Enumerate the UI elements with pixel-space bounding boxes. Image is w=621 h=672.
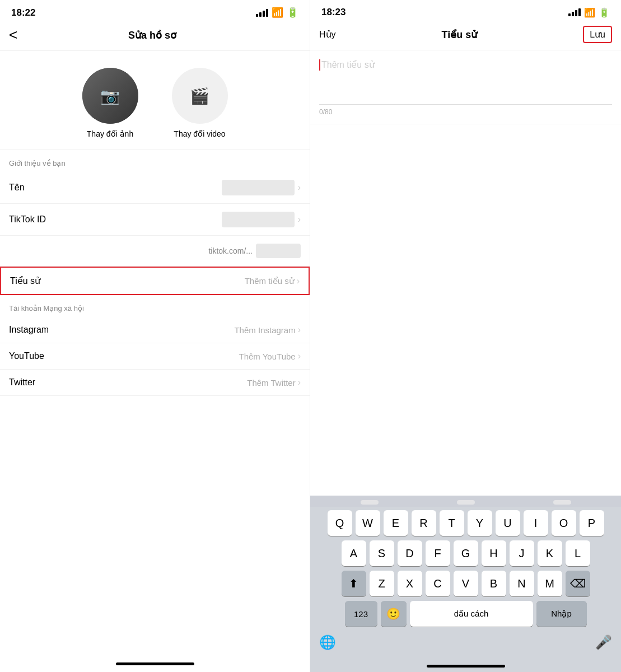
home-bar-right: [427, 665, 505, 668]
key-h[interactable]: H: [482, 540, 506, 566]
key-a[interactable]: A: [342, 540, 366, 566]
key-q[interactable]: Q: [328, 510, 352, 536]
key-b[interactable]: B: [482, 571, 506, 596]
ten-placeholder-block: [222, 180, 295, 195]
tieu-su-value: Thêm tiểu sử ›: [77, 276, 300, 286]
ten-chevron: ›: [298, 183, 301, 193]
wifi-icon-right: 📶: [584, 7, 595, 18]
video-circle[interactable]: 🎬: [172, 68, 228, 124]
key-u[interactable]: U: [496, 510, 520, 536]
numbers-key[interactable]: 123: [345, 601, 377, 627]
space-key[interactable]: dấu cách: [410, 601, 533, 627]
tiktok-id-row[interactable]: TikTok ID ›: [0, 204, 310, 236]
instagram-placeholder: Thêm Instagram: [234, 325, 295, 335]
key-s[interactable]: S: [370, 540, 394, 566]
url-value-container: tiktok.com/...: [76, 244, 301, 258]
bio-area[interactable]: Thêm tiểu sử 0/80: [310, 50, 621, 124]
key-y[interactable]: Y: [468, 510, 492, 536]
kb-pred-1[interactable]: [361, 500, 379, 505]
tieu-su-label: Tiểu sử: [10, 276, 77, 286]
avatar-circle[interactable]: 📷: [82, 68, 138, 124]
home-indicator-right: [310, 661, 621, 672]
keyboard-top-bar: [310, 496, 621, 507]
bio-cursor: [319, 59, 320, 71]
key-z[interactable]: Z: [370, 571, 394, 596]
key-k[interactable]: K: [538, 540, 562, 566]
cancel-button[interactable]: Hủy: [319, 29, 336, 40]
key-d[interactable]: D: [398, 540, 422, 566]
instagram-chevron: ›: [298, 325, 301, 335]
status-icons-right: 📶 🔋: [568, 7, 610, 18]
change-photo-label: Thay đổi ảnh: [87, 129, 133, 138]
tiktok-id-label: TikTok ID: [9, 214, 76, 225]
kb-pred-3[interactable]: [553, 500, 571, 505]
battery-icon: 🔋: [287, 7, 298, 18]
kb-pred-2[interactable]: [457, 500, 475, 505]
back-button[interactable]: <: [9, 26, 17, 44]
key-o[interactable]: O: [552, 510, 576, 536]
key-t[interactable]: T: [440, 510, 464, 536]
microphone-icon[interactable]: 🎤: [595, 634, 612, 650]
enter-key[interactable]: Nhập: [536, 601, 587, 627]
url-value-text: tiktok.com/...: [76, 246, 253, 255]
status-icons-left: 📶 🔋: [256, 7, 298, 18]
bio-placeholder: Thêm tiểu sử: [321, 59, 375, 70]
change-video-label: Thay đổi video: [174, 129, 225, 138]
shift-key[interactable]: ⬆: [342, 571, 366, 596]
ten-row[interactable]: Tên ›: [0, 172, 310, 204]
page-title-left: Sửa hồ sơ: [26, 29, 278, 41]
key-f[interactable]: F: [426, 540, 450, 566]
twitter-value: Thêm Twitter ›: [247, 377, 301, 388]
globe-icon[interactable]: 🌐: [319, 634, 336, 650]
bio-input-line: Thêm tiểu sử: [319, 59, 612, 71]
twitter-chevron: ›: [298, 377, 301, 388]
tieu-su-row[interactable]: Tiểu sử Thêm tiểu sử ›: [0, 267, 310, 295]
kb-row-2: A S D F G H J K L: [312, 540, 619, 566]
bio-spacer: [310, 124, 621, 496]
save-button[interactable]: Lưu: [583, 26, 612, 43]
ten-label: Tên: [9, 183, 76, 193]
ten-value: ›: [76, 180, 301, 195]
keyboard[interactable]: Q W E R T Y U I O P A S D F G H J K: [310, 496, 621, 672]
page-title-right: Tiểu sử: [336, 29, 583, 41]
intro-section-label: Giới thiệu về bạn: [0, 150, 310, 172]
status-bar-left: 18:22 📶 🔋: [0, 0, 310, 22]
camera-icon: 📷: [100, 87, 120, 105]
signal-icon: [256, 9, 268, 17]
emoji-key[interactable]: 🙂: [381, 601, 407, 627]
time-right: 18:23: [321, 7, 345, 18]
social-section-label: Tài khoản Mạng xã hội: [0, 295, 310, 317]
key-c[interactable]: C: [426, 571, 450, 596]
key-j[interactable]: J: [510, 540, 534, 566]
tiktok-id-chevron: ›: [298, 214, 301, 225]
key-x[interactable]: X: [398, 571, 422, 596]
keyboard-rows: Q W E R T Y U I O P A S D F G H J K: [310, 507, 621, 630]
home-bar-left: [116, 662, 194, 665]
backspace-key[interactable]: ⌫: [566, 571, 590, 596]
key-g[interactable]: G: [454, 540, 478, 566]
video-icon: 🎬: [190, 87, 209, 105]
key-r[interactable]: R: [412, 510, 436, 536]
kb-row-1: Q W E R T Y U I O P: [312, 510, 619, 536]
instagram-row[interactable]: Instagram Thêm Instagram ›: [0, 317, 310, 343]
key-m[interactable]: M: [538, 571, 562, 596]
key-l[interactable]: L: [566, 540, 590, 566]
url-row: tiktok.com/...: [0, 236, 310, 267]
youtube-chevron: ›: [298, 351, 301, 361]
key-v[interactable]: V: [454, 571, 478, 596]
tiktok-id-placeholder-block: [222, 212, 295, 227]
twitter-row[interactable]: Twitter Thêm Twitter ›: [0, 370, 310, 396]
change-photo-item[interactable]: 📷 Thay đổi ảnh: [82, 68, 138, 138]
tieu-su-chevron: ›: [297, 276, 300, 286]
key-i[interactable]: I: [524, 510, 548, 536]
bio-counter: 0/80: [319, 105, 612, 119]
change-video-item[interactable]: 🎬 Thay đổi video: [172, 68, 228, 138]
key-e[interactable]: E: [384, 510, 408, 536]
youtube-row[interactable]: YouTube Thêm YouTube ›: [0, 343, 310, 370]
key-n[interactable]: N: [510, 571, 534, 596]
twitter-placeholder: Thêm Twitter: [247, 378, 295, 388]
keyboard-bottom: 🌐 🎤: [310, 630, 621, 661]
key-w[interactable]: W: [356, 510, 380, 536]
key-p[interactable]: P: [580, 510, 604, 536]
kb-row-4: 123 🙂 dấu cách Nhập: [312, 601, 619, 627]
